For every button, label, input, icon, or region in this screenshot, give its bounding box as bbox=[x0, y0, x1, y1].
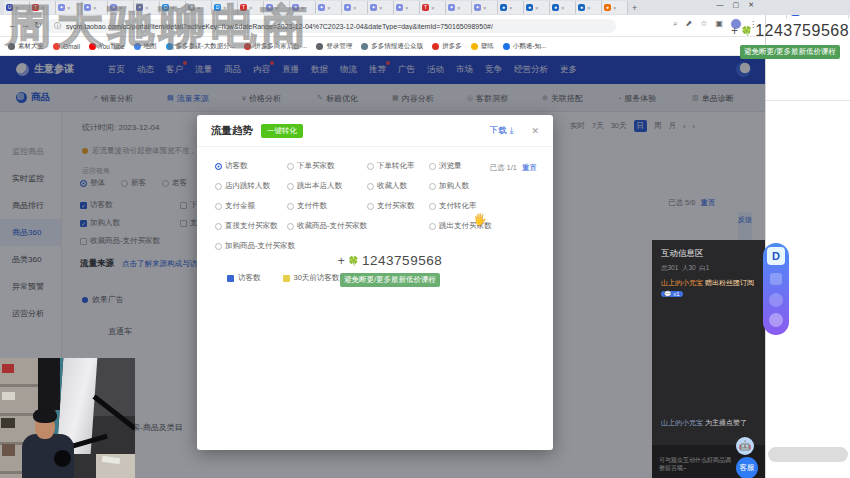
close-icon[interactable]: ✕ bbox=[531, 126, 539, 136]
tab-favicon: ● bbox=[604, 4, 611, 11]
browser-tab[interactable]: ✦ × bbox=[394, 1, 420, 14]
browser-tab[interactable]: ✦ × bbox=[472, 1, 498, 14]
robot-assistant-icon[interactable]: 🤖 bbox=[736, 437, 754, 455]
tab-favicon: ✦ bbox=[396, 4, 403, 11]
webcam-monitor bbox=[36, 358, 60, 410]
browser-action-icon[interactable]: ⬈ bbox=[686, 19, 693, 29]
qq-number: 1243759568 bbox=[362, 253, 442, 268]
browser-tab[interactable]: ✦ × bbox=[368, 1, 394, 14]
tab-close-icon[interactable]: × bbox=[613, 5, 617, 11]
browser-action-icon[interactable]: ⌕ bbox=[673, 19, 677, 29]
modal-metric-option[interactable]: 加购商品-支付买家数 bbox=[215, 241, 287, 251]
modal-metric-option[interactable]: 店内跳转人数 bbox=[215, 181, 287, 191]
modal-metric-label: 店内跳转人数 bbox=[225, 181, 270, 191]
viewer-stats: 总301 人30 白1 bbox=[661, 264, 709, 273]
tab-favicon: ✦ bbox=[318, 4, 325, 11]
chat-input-hint[interactable]: 可与观众互动什么好商品调整留言哦~ bbox=[659, 457, 735, 473]
modal-metric-option[interactable]: 支付件数 bbox=[287, 201, 367, 211]
modal-metric-option[interactable]: 直接支付买家数 bbox=[215, 221, 287, 231]
widget-circle-icon-2[interactable] bbox=[769, 313, 783, 327]
modal-metric-option[interactable]: 下单买家数 bbox=[287, 161, 367, 171]
tab-close-icon[interactable]: × bbox=[457, 5, 461, 11]
webcam-wall bbox=[92, 358, 135, 416]
gift-user: 山上的小元宝 bbox=[661, 279, 703, 286]
modal-selected-info: 已选 1/1 重置 bbox=[489, 163, 537, 173]
radio-icon bbox=[287, 203, 294, 210]
bookmark-item[interactable]: 多多情报通公众版 bbox=[361, 42, 423, 51]
bookmark-item[interactable]: 小鹅通-知... bbox=[503, 42, 547, 51]
webcam-overlay bbox=[0, 358, 135, 478]
browser-tab[interactable]: ● × bbox=[498, 1, 524, 14]
modal-metric-option[interactable]: 下单转化率 bbox=[367, 161, 429, 171]
service-button[interactable]: 客服 bbox=[736, 457, 758, 478]
modal-metric-option[interactable]: 跳出本店人数 bbox=[287, 181, 367, 191]
widget-circle-icon[interactable] bbox=[769, 293, 783, 307]
browser-tab[interactable]: ✦ × bbox=[316, 1, 342, 14]
stream-watermark: 周大驰聊电商 bbox=[6, 0, 312, 58]
new-tab-button[interactable]: + bbox=[632, 3, 637, 13]
bookmark-label: 壁纸 bbox=[481, 42, 494, 51]
window-close-button[interactable]: ✕ bbox=[748, 1, 754, 9]
browser-tab[interactable]: ✦ × bbox=[342, 1, 368, 14]
window-minimize-button[interactable]: — bbox=[717, 1, 724, 9]
modal-metric-option[interactable]: 支付买家数 bbox=[367, 201, 429, 211]
modal-metric-option[interactable]: 支付转化率 bbox=[429, 201, 492, 211]
bookmark-item[interactable]: 登录管理 bbox=[316, 42, 352, 51]
widget-square-icon[interactable] bbox=[770, 273, 782, 285]
download-link[interactable]: 下载 ⤓ bbox=[490, 125, 514, 137]
browser-tab[interactable]: ✦ × bbox=[446, 1, 472, 14]
browser-action-icon[interactable]: ☆ bbox=[700, 19, 707, 29]
browser-tab[interactable]: ● × bbox=[550, 1, 576, 14]
tab-favicon: ● bbox=[578, 4, 585, 11]
modal-metric-label: 加购商品-支付买家数 bbox=[225, 241, 295, 251]
browser-tab[interactable]: ● × bbox=[602, 1, 628, 14]
tab-close-icon[interactable]: × bbox=[483, 5, 487, 11]
tab-close-icon[interactable]: × bbox=[431, 5, 435, 11]
browser-tab[interactable]: ● × bbox=[524, 1, 550, 14]
tab-close-icon[interactable]: × bbox=[379, 5, 383, 11]
tab-close-icon[interactable]: × bbox=[535, 5, 539, 11]
modal-reset-link[interactable]: 重置 bbox=[522, 163, 537, 173]
modal-metric-option[interactable]: 访客数 bbox=[215, 161, 287, 171]
modal-metric-label: 支付买家数 bbox=[377, 201, 415, 211]
widget-logo-icon[interactable]: D bbox=[767, 247, 785, 265]
tab-close-icon[interactable]: × bbox=[587, 5, 591, 11]
tab-favicon: ● bbox=[526, 4, 533, 11]
modal-metric-option[interactable]: 浏览量 bbox=[429, 161, 492, 171]
modal-metric-option[interactable]: 收藏商品-支付买家数 bbox=[287, 221, 367, 231]
tab-favicon: ✦ bbox=[474, 4, 481, 11]
window-maximize-button[interactable]: ▢ bbox=[733, 1, 740, 9]
bookmark-item[interactable]: 拼多多 bbox=[432, 42, 462, 51]
radio-icon bbox=[287, 183, 294, 190]
promo-badge: 避免断更/更多最新低价课程 bbox=[340, 273, 440, 287]
radio-icon bbox=[215, 183, 222, 190]
modal-metric-option[interactable]: 加购人数 bbox=[429, 181, 492, 191]
gift-count: x1 bbox=[673, 291, 679, 297]
tab-close-icon[interactable]: × bbox=[353, 5, 357, 11]
bookmark-label: 小鹅通-知... bbox=[513, 42, 547, 51]
tab-close-icon[interactable]: × bbox=[509, 5, 513, 11]
qq-sticker-modal: + 🍀 1243759568 避免断更/更多最新低价课程 bbox=[315, 253, 465, 287]
bookmark-item[interactable]: 壁纸 bbox=[471, 42, 494, 51]
browser-tab[interactable]: T × bbox=[420, 1, 446, 14]
legend-item: 访客数 bbox=[227, 273, 261, 283]
modal-metric-option[interactable]: 支付金额 bbox=[215, 201, 287, 211]
browser-action-icon[interactable]: ▣ bbox=[715, 19, 723, 29]
bookmark-favicon bbox=[432, 43, 439, 50]
webcam-shelf-item bbox=[2, 444, 15, 456]
bookmark-favicon bbox=[316, 43, 323, 50]
tab-favicon: ✦ bbox=[448, 4, 455, 11]
modal-metric-option[interactable]: 收藏人数 bbox=[367, 181, 429, 191]
word-app-panel: W 文字文... ✕ bbox=[765, 0, 850, 478]
modal-metric-label: 访客数 bbox=[225, 161, 248, 171]
tab-close-icon[interactable]: × bbox=[327, 5, 331, 11]
one-click-convert-badge[interactable]: 一键转化 bbox=[261, 124, 303, 138]
like-user: 山上的小元宝 bbox=[661, 419, 703, 426]
tab-close-icon[interactable]: × bbox=[561, 5, 565, 11]
modal-metric-label: 下单买家数 bbox=[297, 161, 335, 171]
floating-tool-widget[interactable]: D bbox=[763, 243, 789, 335]
bookmark-label: 拼多多 bbox=[442, 42, 462, 51]
download-icon: ⤓ bbox=[510, 125, 514, 136]
browser-tab[interactable]: ● × bbox=[576, 1, 602, 14]
tab-close-icon[interactable]: × bbox=[405, 5, 409, 11]
